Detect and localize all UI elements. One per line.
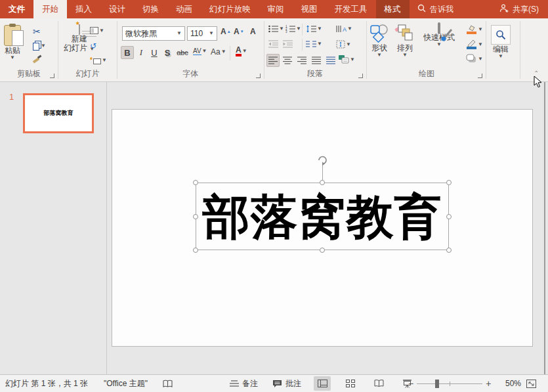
tab-file[interactable]: 文件 <box>0 0 33 18</box>
resize-handle-sw[interactable] <box>193 248 198 253</box>
text-direction-button[interactable]: A ▼ <box>336 25 352 33</box>
zoom-level[interactable]: 50% <box>499 375 521 392</box>
scrollbar-edge[interactable] <box>544 82 545 374</box>
resize-handle-se[interactable] <box>446 248 452 253</box>
align-text-button[interactable]: ▼ <box>336 40 351 49</box>
tab-transitions[interactable]: 切换 <box>134 0 167 18</box>
paragraph-dialog-launcher[interactable] <box>358 74 363 78</box>
tab-developer[interactable]: 开发工具 <box>326 0 376 18</box>
format-painter-button[interactable] <box>33 55 41 63</box>
resize-handle-e[interactable] <box>446 214 452 219</box>
convert-smartart-dropdown-arrow[interactable]: ▼ <box>350 57 355 62</box>
reading-view-button[interactable] <box>370 376 387 391</box>
italic-button[interactable]: I <box>135 46 148 59</box>
shape-outline-button[interactable]: ▼ <box>466 39 483 50</box>
arrange-dropdown-arrow[interactable]: ▼ <box>402 53 408 58</box>
share-button[interactable]: 共享(S) <box>490 4 548 15</box>
resize-handle-w[interactable] <box>193 214 198 219</box>
zoom-in-button[interactable]: + <box>486 378 491 389</box>
clipboard-dialog-launcher[interactable] <box>50 74 54 78</box>
editing-dropdown-arrow[interactable]: ▼ <box>498 54 503 59</box>
numbering-button[interactable]: 123 ▼ <box>285 25 301 33</box>
layout-button[interactable]: ▼ <box>90 27 104 34</box>
font-dialog-launcher[interactable] <box>256 74 261 78</box>
tab-format[interactable]: 格式 <box>376 0 410 18</box>
selected-textbox[interactable]: 部落窝教育 <box>196 183 449 250</box>
shape-effects-button[interactable]: ▼ <box>466 54 483 64</box>
tab-insert[interactable]: 插入 <box>67 0 100 18</box>
quick-styles-button[interactable]: 快速样式 ▼ <box>423 24 455 47</box>
columns-dropdown-arrow[interactable]: ▼ <box>317 41 322 47</box>
shape-fill-button[interactable]: ▼ <box>466 24 483 35</box>
align-right-button[interactable] <box>295 54 308 67</box>
justify-button[interactable] <box>310 54 323 67</box>
shrink-font-button[interactable]: A▼ <box>234 27 244 36</box>
shape-fill-dropdown-arrow[interactable]: ▼ <box>478 27 483 32</box>
bold-button[interactable]: B <box>121 46 134 59</box>
tab-slideshow[interactable]: 幻灯片放映 <box>201 0 259 18</box>
resize-handle-nw[interactable] <box>193 180 198 185</box>
text-shadow-button[interactable]: S <box>161 46 174 59</box>
shape-outline-dropdown-arrow[interactable]: ▼ <box>478 42 483 47</box>
comments-button[interactable]: 批注 <box>272 375 301 392</box>
slide-thumbnail[interactable]: 部落窝教育 <box>23 93 94 133</box>
change-case-button[interactable]: Aa ▼ <box>211 47 226 56</box>
slide-thumbnail-panel[interactable]: 1 部落窝教育 <box>0 82 107 374</box>
normal-view-button[interactable] <box>314 376 331 391</box>
font-color-button[interactable]: A ▼ <box>236 46 247 56</box>
line-spacing-button[interactable]: ▼ <box>306 25 322 33</box>
fit-to-window-button[interactable] <box>526 375 536 392</box>
resize-handle-ne[interactable] <box>446 180 452 185</box>
character-spacing-dropdown-arrow[interactable]: ▼ <box>202 49 207 54</box>
notes-button[interactable]: 备注 <box>230 375 258 392</box>
arrange-button[interactable]: 排列 ▼ <box>396 24 414 58</box>
tab-home[interactable]: 开始 <box>33 0 67 18</box>
tab-view[interactable]: 视图 <box>293 0 326 18</box>
columns-button[interactable]: ▼ <box>306 40 322 48</box>
tab-animations[interactable]: 动画 <box>167 0 201 18</box>
font-color-dropdown-arrow[interactable]: ▼ <box>242 49 247 54</box>
tab-design[interactable]: 设计 <box>100 0 134 18</box>
slide-sorter-view-button[interactable] <box>342 376 359 391</box>
copy-button[interactable]: ▼ <box>33 41 46 51</box>
zoom-slider-handle[interactable] <box>435 380 439 388</box>
underline-button[interactable]: U <box>148 46 161 59</box>
paste-dropdown-arrow[interactable]: ▼ <box>10 55 15 60</box>
zoom-out-button[interactable]: − <box>408 378 413 389</box>
layout-dropdown-arrow[interactable]: ▼ <box>99 28 104 33</box>
reset-button[interactable]: ↺ <box>90 42 96 50</box>
convert-smartart-button[interactable]: ▼ <box>339 55 355 64</box>
font-name-combo[interactable]: 微软雅黑 ▼ <box>122 26 185 41</box>
resize-handle-n[interactable] <box>320 180 325 185</box>
paste-button[interactable]: 粘贴 ▼ <box>4 25 21 60</box>
font-size-dropdown-arrow[interactable]: ▼ <box>209 31 214 36</box>
align-text-dropdown-arrow[interactable]: ▼ <box>346 42 351 47</box>
cut-button[interactable]: ✂ <box>33 27 41 36</box>
strikethrough-button[interactable]: abc <box>174 46 191 59</box>
align-center-button[interactable] <box>281 54 294 67</box>
slide-canvas[interactable]: 部落窝教育 <box>112 109 533 347</box>
copy-dropdown-arrow[interactable]: ▼ <box>41 43 46 49</box>
grow-font-button[interactable]: A▲ <box>221 27 231 36</box>
shapes-dropdown-arrow[interactable]: ▼ <box>377 53 382 58</box>
drawing-dialog-launcher[interactable] <box>478 74 482 78</box>
line-spacing-dropdown-arrow[interactable]: ▼ <box>317 26 322 32</box>
quick-styles-dropdown-arrow[interactable]: ▼ <box>436 42 442 47</box>
zoom-slider-track[interactable] <box>417 383 482 384</box>
font-name-dropdown-arrow[interactable]: ▼ <box>177 31 182 36</box>
increase-indent-button[interactable] <box>283 40 293 48</box>
decrease-indent-button[interactable] <box>268 40 278 48</box>
rotate-handle-icon[interactable] <box>316 154 328 166</box>
shape-effects-dropdown-arrow[interactable]: ▼ <box>478 56 483 62</box>
section-button[interactable]: * ▼ <box>90 56 107 64</box>
change-case-dropdown-arrow[interactable]: ▼ <box>221 49 226 54</box>
shapes-button[interactable]: 形状 ▼ <box>369 24 389 58</box>
spell-check-button[interactable] <box>163 375 173 392</box>
bullets-dropdown-arrow[interactable]: ▼ <box>279 26 284 32</box>
numbering-dropdown-arrow[interactable]: ▼ <box>296 26 301 32</box>
section-dropdown-arrow[interactable]: ▼ <box>102 58 107 63</box>
bullets-button[interactable]: ▼ <box>268 25 284 33</box>
character-spacing-button[interactable]: AV ▼ <box>193 47 207 55</box>
resize-handle-s[interactable] <box>320 248 325 253</box>
tab-review[interactable]: 审阅 <box>259 0 293 18</box>
